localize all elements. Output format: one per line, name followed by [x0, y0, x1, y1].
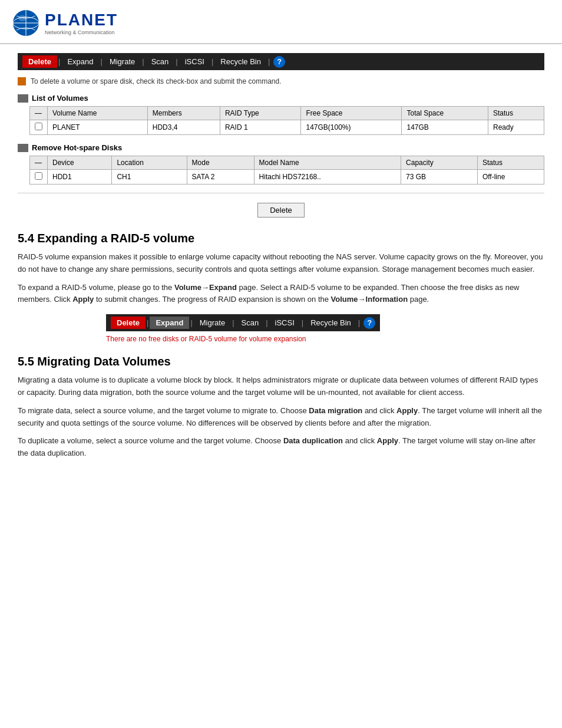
section55-para1: Migrating a data volume is to duplicate …: [18, 374, 544, 399]
sep2-2: |: [190, 318, 192, 327]
vol-col-members: Members: [147, 107, 220, 120]
toolbar2-iscsi-btn[interactable]: iSCSI: [269, 317, 300, 329]
hs-col-mode: Mode: [187, 156, 254, 170]
section54-para2-bold3: Apply: [72, 295, 94, 304]
section54-para2-end: to submit changes. The progress of RAID …: [94, 295, 330, 304]
toolbar-expand-btn[interactable]: Expand: [61, 55, 99, 68]
info-box: To delete a volume or spare disk, check …: [18, 77, 544, 85]
volumes-icon: [18, 94, 28, 103]
section55-para2-bold1: Data migration: [309, 406, 362, 415]
hs-row-mode: SATA 2: [187, 170, 254, 185]
sep2-4: |: [266, 318, 267, 327]
toolbar2-delete-btn[interactable]: Delete: [111, 317, 146, 329]
section54-para2: To expand a RAID-5 volume, please go to …: [18, 282, 544, 307]
hs-col-location: Location: [112, 156, 187, 170]
sep2-3: |: [232, 318, 234, 327]
logo-text: PLANET Networking & Communication: [45, 11, 118, 35]
sep2-6: |: [358, 318, 360, 327]
toolbar-scan-btn[interactable]: Scan: [146, 55, 175, 68]
vol-row-members: HDD3,4: [147, 120, 220, 135]
vol-col-raid: RAID Type: [220, 107, 301, 120]
toolbar2-recycle-btn[interactable]: Recycle Bin: [305, 317, 357, 329]
table-row: PLANET HDD3,4 RAID 1 147GB(100%) 147GB R…: [30, 120, 544, 135]
toolbar-iscsi-btn[interactable]: iSCSI: [179, 55, 210, 68]
volumes-title: List of Volumes: [32, 94, 88, 103]
toolbar2-migrate-btn[interactable]: Migrate: [194, 317, 231, 329]
toolbar2-scan-btn[interactable]: Scan: [236, 317, 265, 329]
section55-para2-mid: and click: [362, 406, 396, 415]
sep5: |: [211, 57, 213, 66]
section54-heading: 5.4 Expanding a RAID-5 volume: [18, 232, 544, 245]
section54-para2-final: page.: [408, 295, 429, 304]
toolbar-delete-btn[interactable]: Delete: [22, 55, 57, 68]
section54-para2-bold5: Information: [366, 295, 408, 304]
hs-row-device: HDD1: [48, 170, 112, 185]
vol-col-free: Free Space: [301, 107, 402, 120]
vol-row-total: 147GB: [402, 120, 488, 135]
volumes-section-title: List of Volumes: [18, 94, 544, 103]
section54-para2-bold2: Expand: [209, 283, 237, 292]
delete-button[interactable]: Delete: [257, 203, 305, 218]
hs-row-capacity: 73 GB: [401, 170, 478, 185]
sep2-1: |: [147, 318, 148, 327]
sep6: |: [268, 57, 270, 66]
section55-para2-pre: To migrate data, select a source volume,…: [18, 406, 309, 415]
vol-row-checkbox[interactable]: [30, 120, 48, 135]
section55-para2: To migrate data, select a source volume,…: [18, 405, 544, 430]
hs-col-status: Status: [477, 156, 544, 170]
hs-col-device: Device: [48, 156, 112, 170]
toolbar1: Delete | Expand | Migrate | Scan | iSCSI…: [18, 53, 544, 70]
separator: [18, 193, 544, 193]
hs-col-dash: —: [30, 156, 48, 170]
section54-para2-arrow1: →: [201, 283, 209, 292]
logo-brand: PLANET: [45, 11, 118, 29]
toolbar2-expand-btn[interactable]: Expand: [150, 317, 189, 329]
delete-btn-container: Delete: [18, 203, 544, 218]
toolbar-migrate-btn[interactable]: Migrate: [104, 55, 141, 68]
hotspare-table: — Device Location Mode Model Name Capaci…: [29, 156, 544, 185]
vol-col-dash: —: [30, 107, 48, 120]
vol-checkbox-input[interactable]: [35, 123, 42, 130]
header: PLANET Networking & Communication: [0, 0, 562, 44]
hotspare-table-wrapper: — Device Location Mode Model Name Capaci…: [29, 156, 544, 185]
vol-row-raid: RAID 1: [220, 120, 301, 135]
sep2-5: |: [302, 318, 303, 327]
section54-para2-bold1: Volume: [174, 283, 201, 292]
vol-row-free: 147GB(100%): [301, 120, 402, 135]
section55-heading: 5.5 Migrating Data Volumes: [18, 355, 544, 368]
toolbar2: Delete | Expand | Migrate | Scan | iSCSI…: [106, 314, 380, 331]
hotspare-icon: [18, 144, 28, 152]
vol-col-total: Total Space: [402, 107, 488, 120]
volumes-header-row: — Volume Name Members RAID Type Free Spa…: [30, 107, 544, 120]
main-content: Delete | Expand | Migrate | Scan | iSCSI…: [0, 44, 562, 475]
vol-col-status: Status: [488, 107, 544, 120]
section54-para2-pre: To expand a RAID-5 volume, please go to …: [18, 283, 174, 292]
section55-para3-bold2: Apply: [377, 436, 398, 445]
section55-para3-bold1: Data duplication: [283, 436, 343, 445]
section55-para3-pre: To duplicate a volume, select a source v…: [18, 436, 283, 445]
hs-row-status: Off-line: [477, 170, 544, 185]
sep1: |: [58, 57, 60, 66]
hs-col-model: Model Name: [254, 156, 401, 170]
hotspare-title: Remove Hot-spare Disks: [32, 143, 122, 152]
svg-point-4: [18, 15, 27, 21]
hotspare-section-title: Remove Hot-spare Disks: [18, 143, 544, 152]
volumes-table: — Volume Name Members RAID Type Free Spa…: [29, 106, 544, 135]
section55-para3: To duplicate a volume, select a source v…: [18, 435, 544, 460]
help-icon[interactable]: ?: [273, 56, 285, 68]
section55-para3-mid: and click: [343, 436, 377, 445]
hs-row-location: CH1: [112, 170, 187, 185]
help2-icon[interactable]: ?: [363, 317, 375, 329]
sep2: |: [101, 57, 103, 66]
toolbar-recycle-btn[interactable]: Recycle Bin: [214, 55, 267, 68]
vol-col-name: Volume Name: [48, 107, 148, 120]
table-row: HDD1 CH1 SATA 2 Hitachi HDS72168.. 73 GB…: [30, 170, 544, 185]
hs-col-capacity: Capacity: [401, 156, 478, 170]
info-text: To delete a volume or spare disk, check …: [31, 77, 282, 85]
volumes-table-wrapper: — Volume Name Members RAID Type Free Spa…: [29, 106, 544, 135]
hs-checkbox-input[interactable]: [35, 172, 42, 180]
vol-row-status: Ready: [488, 120, 544, 135]
sep3: |: [142, 57, 144, 66]
section54-para1: RAID-5 volume expansion makes it possibl…: [18, 251, 544, 276]
hs-row-checkbox[interactable]: [30, 170, 48, 185]
